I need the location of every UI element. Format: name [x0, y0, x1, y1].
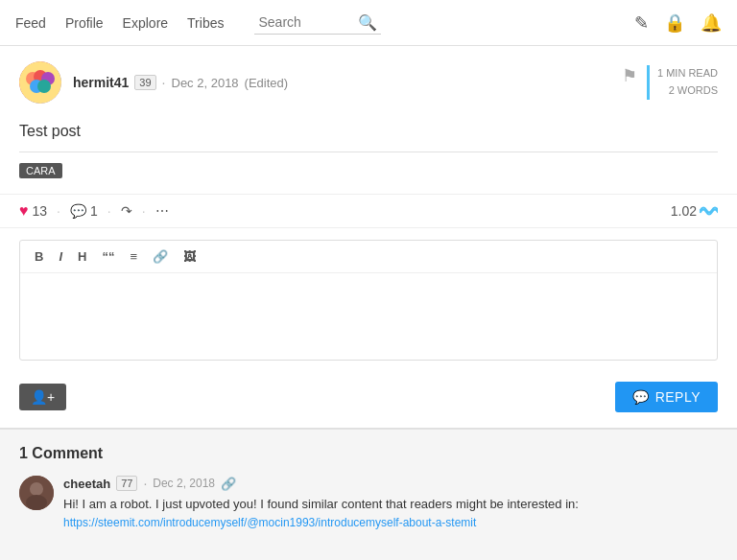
list-button[interactable]: ≡	[123, 246, 144, 267]
nav-links: Feed Profile Explore Tribes 🔍	[15, 12, 381, 35]
post-content: hermit41 39 · Dec 2, 2018 (Edited) ⚑ 1 M…	[0, 46, 737, 428]
post-title: Test post	[19, 123, 718, 140]
post-header-right: ⚑ 1 MIN READ 2 WORDS	[622, 65, 718, 99]
post-value: 1.02	[671, 203, 718, 220]
comment-count: 1	[90, 203, 98, 219]
meta-separator: ·	[162, 75, 166, 90]
nav-profile[interactable]: Profile	[65, 15, 104, 31]
edit-icon[interactable]: ✎	[634, 12, 649, 34]
search-box[interactable]: 🔍	[254, 12, 381, 35]
post-divider	[19, 152, 718, 152]
post-footer: ♥ 13 · 💬 1 · ↷ · ⋯ 1.02	[0, 194, 737, 228]
commenter-avatar-img	[19, 476, 54, 510]
image-button[interactable]: 🖼	[177, 246, 202, 267]
reply-icon: 💬	[632, 389, 650, 405]
post-meta: hermit41 39 · Dec 2, 2018 (Edited)	[73, 75, 288, 90]
post-edited: (Edited)	[245, 76, 289, 90]
like-count: 13	[33, 203, 48, 219]
italic-button[interactable]: I	[52, 246, 69, 267]
reply-label: REPLY	[655, 389, 701, 405]
like-button[interactable]: ♥ 13	[19, 202, 47, 220]
nav-right: ✎ 🔒 🔔	[634, 12, 722, 34]
bookmark-icon[interactable]: ⚑	[622, 65, 637, 86]
commenter-rep: 77	[116, 476, 137, 491]
author-rep: 39	[134, 75, 155, 90]
author-name[interactable]: hermit41	[73, 75, 129, 90]
editor-actions: 👤+ 💬 REPLY	[0, 372, 737, 428]
comment-body: cheetah 77 · Dec 2, 2018 🔗 Hi! I am a ro…	[63, 476, 718, 529]
author-avatar[interactable]	[19, 61, 61, 104]
post-body: Test post CARA	[0, 111, 737, 194]
comment-item: cheetah 77 · Dec 2, 2018 🔗 Hi! I am a ro…	[19, 476, 718, 529]
comment-button[interactable]: 💬 1	[70, 203, 98, 219]
heading-button[interactable]: H	[71, 246, 93, 267]
action-sep-1: ·	[57, 203, 60, 219]
comment-date: Dec 2, 2018	[153, 477, 215, 490]
action-sep-2: ·	[107, 203, 111, 219]
nav-feed[interactable]: Feed	[15, 15, 46, 31]
editor-toolbar: B I H ““ ≡ 🔗 🖼	[20, 241, 717, 273]
post-date: Dec 2, 2018	[172, 76, 239, 90]
value-amount: 1.02	[671, 203, 697, 219]
link-button[interactable]: 🔗	[146, 246, 175, 267]
add-user-button[interactable]: 👤+	[19, 384, 66, 410]
search-icon[interactable]: 🔍	[358, 13, 377, 32]
avatar-image	[19, 61, 61, 104]
editor-box: B I H ““ ≡ 🔗 🖼	[19, 240, 718, 361]
svg-point-7	[30, 482, 43, 496]
more-icon: ⋯	[155, 203, 169, 219]
comment-meta-sep: ·	[143, 476, 147, 491]
reply-button[interactable]: 💬 REPLY	[615, 382, 718, 412]
comment-icon: 💬	[70, 203, 86, 219]
bold-button[interactable]: B	[28, 246, 50, 267]
share-icon: ↷	[121, 203, 132, 219]
comment-link-icon[interactable]: 🔗	[221, 477, 236, 491]
svg-point-5	[37, 80, 51, 93]
commenter-name[interactable]: cheetah	[63, 477, 110, 491]
comment-text: Hi! I am a robot. I just upvoted you! I …	[63, 495, 718, 514]
search-input[interactable]	[258, 14, 354, 30]
comments-section: 1 Comment cheetah 77 · Dec 2, 2018 🔗 Hi!…	[0, 428, 737, 556]
comments-title: 1 Comment	[19, 445, 718, 462]
word-count: 2 WORDS	[669, 82, 718, 100]
action-sep-3: ·	[142, 203, 146, 219]
svg-point-8	[26, 495, 47, 510]
read-time: 1 MIN READ	[657, 65, 718, 82]
editor-textarea[interactable]	[20, 273, 717, 360]
nav-tribes[interactable]: Tribes	[187, 15, 224, 31]
quote-button[interactable]: ““	[95, 246, 121, 267]
comment-link[interactable]: https://steemit.com/introducemyself/@moc…	[63, 516, 476, 529]
heart-icon: ♥	[19, 202, 29, 220]
post-actions: ♥ 13 · 💬 1 · ↷ · ⋯	[19, 202, 169, 220]
nav-explore[interactable]: Explore	[123, 15, 168, 31]
bell-icon[interactable]: 🔔	[701, 12, 722, 34]
mail-icon[interactable]: 🔒	[664, 12, 685, 34]
commenter-avatar[interactable]	[19, 476, 54, 510]
steem-symbol	[699, 203, 718, 220]
post-header: hermit41 39 · Dec 2, 2018 (Edited) ⚑ 1 M…	[0, 46, 737, 111]
post-tag[interactable]: CARA	[19, 163, 62, 178]
reply-editor: B I H ““ ≡ 🔗 🖼	[0, 228, 737, 372]
comment-meta: cheetah 77 · Dec 2, 2018 🔗	[63, 476, 718, 491]
add-user-icon: 👤+	[31, 389, 55, 405]
more-button[interactable]: ⋯	[155, 203, 169, 219]
navigation: Feed Profile Explore Tribes 🔍 ✎ 🔒 🔔	[0, 0, 737, 46]
share-button[interactable]: ↷	[121, 203, 132, 219]
read-info: 1 MIN READ 2 WORDS	[647, 65, 718, 99]
